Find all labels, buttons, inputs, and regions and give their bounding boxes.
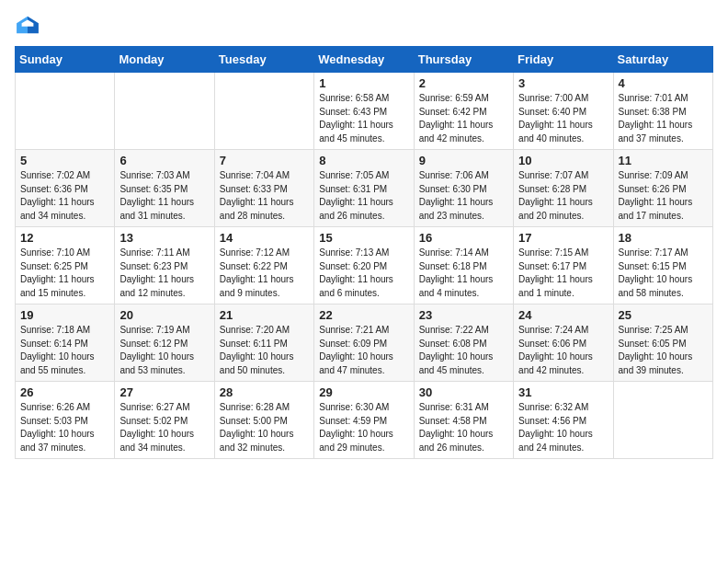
calendar-day-cell: 30Sunrise: 6:31 AM Sunset: 4:58 PM Dayli… [414,382,513,459]
calendar-day-cell: 8Sunrise: 7:05 AM Sunset: 6:31 PM Daylig… [314,150,414,227]
calendar-week-row: 26Sunrise: 6:26 AM Sunset: 5:03 PM Dayli… [16,382,713,459]
day-info: Sunrise: 6:28 AM Sunset: 5:00 PM Dayligh… [220,401,309,454]
day-of-week-header: Friday [514,47,613,73]
day-number: 24 [518,308,608,322]
day-info: Sunrise: 6:59 AM Sunset: 6:42 PM Dayligh… [419,92,508,145]
day-of-week-header: Thursday [414,47,513,73]
day-info: Sunrise: 7:18 AM Sunset: 6:14 PM Dayligh… [20,324,109,377]
day-info: Sunrise: 7:07 AM Sunset: 6:28 PM Dayligh… [518,169,608,223]
calendar-week-row: 12Sunrise: 7:10 AM Sunset: 6:25 PM Dayli… [16,227,713,304]
calendar-header-row: SundayMondayTuesdayWednesdayThursdayFrid… [16,47,713,73]
day-info: Sunrise: 7:15 AM Sunset: 6:17 PM Dayligh… [518,247,608,300]
day-number: 20 [119,308,209,322]
day-number: 27 [119,385,209,399]
day-info: Sunrise: 7:00 AM Sunset: 6:40 PM Dayligh… [518,92,608,145]
calendar-week-row: 1Sunrise: 6:58 AM Sunset: 6:43 PM Daylig… [16,73,713,150]
day-of-week-header: Saturday [613,47,712,73]
day-number: 28 [220,385,309,399]
day-number: 8 [319,154,408,167]
calendar-day-cell: 24Sunrise: 7:24 AM Sunset: 6:06 PM Dayli… [514,304,613,382]
calendar-day-cell: 17Sunrise: 7:15 AM Sunset: 6:17 PM Dayli… [514,227,613,304]
calendar-day-cell: 29Sunrise: 6:30 AM Sunset: 4:59 PM Dayli… [314,382,414,459]
calendar-week-row: 5Sunrise: 7:02 AM Sunset: 6:36 PM Daylig… [16,150,713,227]
day-info: Sunrise: 6:26 AM Sunset: 5:03 PM Dayligh… [20,401,109,454]
day-of-week-header: Wednesday [314,47,414,73]
calendar-day-cell: 16Sunrise: 7:14 AM Sunset: 6:18 PM Dayli… [414,227,513,304]
calendar-day-cell: 3Sunrise: 7:00 AM Sunset: 6:40 PM Daylig… [514,73,613,150]
day-number: 19 [20,308,109,322]
calendar-day-cell [115,73,214,150]
svg-marker-1 [17,17,28,33]
day-number: 21 [220,308,309,322]
day-number: 13 [119,231,209,245]
calendar-day-cell: 25Sunrise: 7:25 AM Sunset: 6:05 PM Dayli… [613,304,712,382]
calendar-day-cell: 2Sunrise: 6:59 AM Sunset: 6:42 PM Daylig… [414,73,513,150]
calendar-day-cell: 6Sunrise: 7:03 AM Sunset: 6:35 PM Daylig… [115,150,214,227]
day-info: Sunrise: 7:17 AM Sunset: 6:15 PM Dayligh… [619,247,708,300]
day-info: Sunrise: 7:05 AM Sunset: 6:31 PM Dayligh… [319,169,408,223]
page-header [15,15,713,35]
calendar-day-cell: 13Sunrise: 7:11 AM Sunset: 6:23 PM Dayli… [115,227,214,304]
day-info: Sunrise: 7:14 AM Sunset: 6:18 PM Dayligh… [419,247,508,300]
logo [15,15,44,35]
calendar-day-cell: 14Sunrise: 7:12 AM Sunset: 6:22 PM Dayli… [214,227,313,304]
day-info: Sunrise: 7:04 AM Sunset: 6:33 PM Dayligh… [220,169,309,223]
day-info: Sunrise: 7:21 AM Sunset: 6:09 PM Dayligh… [319,324,408,377]
day-info: Sunrise: 7:22 AM Sunset: 6:08 PM Dayligh… [419,324,508,377]
calendar-day-cell: 21Sunrise: 7:20 AM Sunset: 6:11 PM Dayli… [214,304,313,382]
day-info: Sunrise: 7:09 AM Sunset: 6:26 PM Dayligh… [619,169,708,223]
day-number: 9 [419,154,508,167]
logo-icon [15,15,40,35]
day-number: 7 [220,154,309,167]
calendar-day-cell: 11Sunrise: 7:09 AM Sunset: 6:26 PM Dayli… [613,150,712,227]
day-number: 1 [319,76,408,90]
day-number: 18 [619,231,708,245]
day-number: 29 [319,385,408,399]
calendar-day-cell: 5Sunrise: 7:02 AM Sunset: 6:36 PM Daylig… [16,150,115,227]
day-of-week-header: Tuesday [214,47,313,73]
calendar-day-cell: 27Sunrise: 6:27 AM Sunset: 5:02 PM Dayli… [115,382,214,459]
day-info: Sunrise: 7:25 AM Sunset: 6:05 PM Dayligh… [619,324,708,377]
calendar-day-cell: 23Sunrise: 7:22 AM Sunset: 6:08 PM Dayli… [414,304,513,382]
day-number: 12 [20,231,109,245]
calendar-day-cell: 18Sunrise: 7:17 AM Sunset: 6:15 PM Dayli… [613,227,712,304]
calendar-day-cell: 26Sunrise: 6:26 AM Sunset: 5:03 PM Dayli… [16,382,115,459]
day-info: Sunrise: 7:11 AM Sunset: 6:23 PM Dayligh… [119,247,209,300]
day-info: Sunrise: 6:32 AM Sunset: 4:56 PM Dayligh… [518,401,608,454]
day-info: Sunrise: 6:58 AM Sunset: 6:43 PM Dayligh… [319,92,408,145]
day-number: 16 [419,231,508,245]
day-info: Sunrise: 6:30 AM Sunset: 4:59 PM Dayligh… [319,401,408,454]
day-number: 26 [20,385,109,399]
calendar-day-cell: 20Sunrise: 7:19 AM Sunset: 6:12 PM Dayli… [115,304,214,382]
calendar-day-cell: 28Sunrise: 6:28 AM Sunset: 5:00 PM Dayli… [214,382,313,459]
day-info: Sunrise: 7:06 AM Sunset: 6:30 PM Dayligh… [419,169,508,223]
day-number: 2 [419,76,508,90]
day-info: Sunrise: 6:31 AM Sunset: 4:58 PM Dayligh… [419,401,508,454]
calendar-day-cell: 7Sunrise: 7:04 AM Sunset: 6:33 PM Daylig… [214,150,313,227]
day-number: 25 [619,308,708,322]
calendar-day-cell: 12Sunrise: 7:10 AM Sunset: 6:25 PM Dayli… [16,227,115,304]
calendar-day-cell: 10Sunrise: 7:07 AM Sunset: 6:28 PM Dayli… [514,150,613,227]
day-info: Sunrise: 7:12 AM Sunset: 6:22 PM Dayligh… [220,247,309,300]
day-number: 10 [518,154,608,167]
day-info: Sunrise: 7:19 AM Sunset: 6:12 PM Dayligh… [119,324,209,377]
calendar-day-cell: 22Sunrise: 7:21 AM Sunset: 6:09 PM Dayli… [314,304,414,382]
day-of-week-header: Sunday [16,47,115,73]
day-number: 4 [619,76,708,90]
day-info: Sunrise: 7:02 AM Sunset: 6:36 PM Dayligh… [20,169,109,223]
calendar-day-cell [613,382,712,459]
day-number: 23 [419,308,508,322]
day-number: 30 [419,385,508,399]
calendar-day-cell [16,73,115,150]
calendar-week-row: 19Sunrise: 7:18 AM Sunset: 6:14 PM Dayli… [16,304,713,382]
calendar-day-cell: 4Sunrise: 7:01 AM Sunset: 6:38 PM Daylig… [613,73,712,150]
day-number: 3 [518,76,608,90]
day-number: 31 [518,385,608,399]
calendar-day-cell: 31Sunrise: 6:32 AM Sunset: 4:56 PM Dayli… [514,382,613,459]
calendar-table: SundayMondayTuesdayWednesdayThursdayFrid… [15,46,713,459]
day-info: Sunrise: 7:10 AM Sunset: 6:25 PM Dayligh… [20,247,109,300]
day-info: Sunrise: 7:01 AM Sunset: 6:38 PM Dayligh… [619,92,708,145]
calendar-day-cell: 1Sunrise: 6:58 AM Sunset: 6:43 PM Daylig… [314,73,414,150]
day-number: 14 [220,231,309,245]
day-number: 15 [319,231,408,245]
